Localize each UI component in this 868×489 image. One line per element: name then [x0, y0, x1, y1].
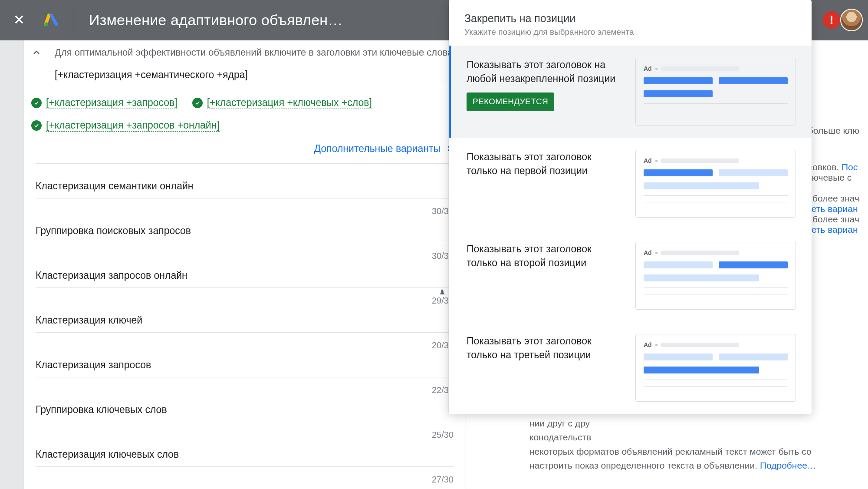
more-variants-link[interactable]: Дополнительные варианты — [24, 132, 465, 163]
char-counter: 30/30 — [36, 251, 454, 261]
pin-icon[interactable] — [437, 289, 447, 300]
keyword-suggestion-chip[interactable]: [+кластеризация +запросов +онлайн] — [31, 119, 220, 132]
chevron-up-icon[interactable] — [31, 47, 42, 59]
avatar[interactable] — [840, 9, 863, 31]
char-counter: 30/30 — [36, 206, 454, 216]
keyword-hint-text: Для оптимальной эффективности объявлений… — [55, 46, 454, 59]
chip-label: [+кластеризация +запросов] — [46, 97, 178, 109]
check-circle-icon — [192, 98, 203, 108]
char-counter: 25/30 — [36, 430, 454, 440]
ad-preview-third: Ad — [635, 334, 796, 402]
page-title: Изменение адаптивного объявлен… — [89, 12, 342, 29]
char-counter: 29/30 — [36, 296, 454, 306]
close-button[interactable] — [13, 13, 25, 27]
ad-preview-any: Ad — [635, 58, 796, 126]
chip-label: [+кластеризация +ключевых +слов] — [207, 97, 372, 109]
svg-point-0 — [44, 22, 48, 26]
ad-editor-card: Для оптимальной эффективности объявлений… — [24, 15, 465, 489]
chip-label: [+кластеризация +запросов +онлайн] — [46, 119, 220, 132]
headline-input-row[interactable]: Кластеризация семантики онлайн — [36, 163, 454, 198]
headline-list: Кластеризация семантики онлайн 30/30 Гру… — [24, 163, 465, 489]
pin-position-popover: Закрепить на позиции Укажите позицию для… — [449, 0, 812, 414]
alert-badge-icon[interactable]: ! — [823, 11, 840, 29]
popover-subtitle: Укажите позицию для выбранного элемента — [464, 27, 796, 37]
learn-more-link[interactable]: Подробнее… — [760, 460, 816, 470]
headline-input-row[interactable]: 20/30 Кластеризация запросов — [36, 333, 454, 377]
tip-fragment: больше клю — [808, 126, 859, 136]
char-counter: 27/30 — [36, 475, 454, 485]
vertical-divider — [74, 8, 74, 33]
recommended-badge: РЕКОМЕНДУЕТСЯ — [467, 93, 554, 111]
char-counter: 20/30 — [36, 340, 454, 350]
ad-preview-second: Ad — [635, 242, 796, 310]
keyword-input[interactable]: [+кластеризация +семантического +ядра] — [55, 69, 454, 87]
check-circle-icon — [31, 98, 42, 108]
pin-option-any[interactable]: Показывать этот заголовок на любой незак… — [449, 46, 812, 138]
headline-input-row[interactable]: 27/30 — [36, 467, 454, 489]
pin-option-third[interactable]: Показывать этот заголовок только на трет… — [449, 322, 812, 414]
headline-input-row[interactable]: 22/30 Группировка ключевых слов — [36, 377, 454, 422]
tip-link[interactable]: Пос — [842, 162, 858, 172]
google-ads-logo-icon — [43, 13, 59, 28]
headline-input-row[interactable]: 30/30 Кластеризация запросов онлайн — [36, 243, 454, 288]
pin-option-second[interactable]: Показывать этот заголовок только на втор… — [449, 230, 812, 322]
ad-preview-first: Ad — [635, 150, 796, 218]
keyword-suggestion-chip[interactable]: [+кластеризация +ключевых +слов] — [192, 97, 372, 109]
keyword-suggestion-chip[interactable]: [+кластеризация +запросов] — [31, 97, 178, 109]
pin-option-first[interactable]: Показывать этот заголовок только на перв… — [449, 138, 812, 230]
headline-input-row[interactable]: 25/30 Кластеризация ключевых слов — [36, 422, 454, 467]
headline-input-row[interactable]: 29/30 Кластеризация ключей — [36, 288, 454, 333]
check-circle-icon — [31, 120, 42, 131]
popover-title: Закрепить на позиции — [464, 12, 796, 25]
char-counter: 22/30 — [36, 385, 454, 395]
headline-input-row[interactable]: 30/30 Группировка поисковых запросов — [36, 198, 454, 243]
